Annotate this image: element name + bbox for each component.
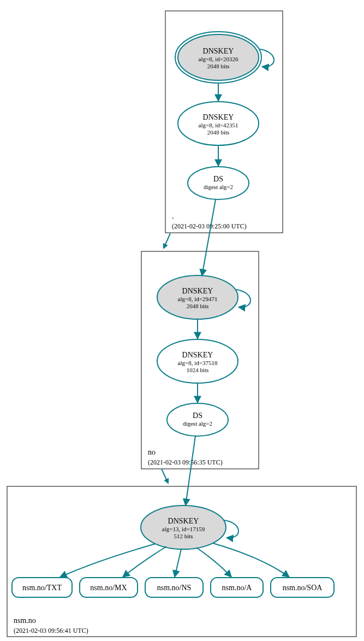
node-no-ksk-title: DNSKEY xyxy=(182,287,213,295)
node-no-ksk-line2: 2048 bits xyxy=(187,303,209,309)
node-no-zsk-title: DNSKEY xyxy=(182,351,213,359)
rr-txt-label: nsm.no/TXT xyxy=(22,584,62,592)
edge-nsm-to-soa xyxy=(213,543,289,577)
node-no-ds-title: DS xyxy=(193,411,202,420)
node-root-ksk-title: DNSKEY xyxy=(203,47,234,55)
node-no-ksk-line1: alg=8, id=29471 xyxy=(178,296,218,302)
zone-root-time: (2021-02-03 09:25:00 UTC) xyxy=(172,222,247,230)
node-no-zsk-line2: 1024 bits xyxy=(187,367,209,373)
rr-txt: nsm.no/TXT xyxy=(12,578,72,597)
node-no-ds-line1: digest alg=2 xyxy=(183,420,212,427)
node-root-ds-title: DS xyxy=(213,175,223,183)
edge-nsm-to-ns xyxy=(175,549,181,577)
edge-nsm-to-a xyxy=(196,548,231,577)
node-root-zsk: DNSKEY alg=8, id=42351 2048 bits xyxy=(178,102,259,145)
node-no-ds: DS digest alg=2 xyxy=(167,403,228,436)
rr-soa: nsm.no/SOA xyxy=(271,578,334,597)
edge-zone-no-to-nsm xyxy=(162,469,168,483)
node-root-zsk-title: DNSKEY xyxy=(203,113,234,121)
zone-no-label: no xyxy=(148,448,156,456)
node-no-zsk: DNSKEY alg=8, id=37518 1024 bits xyxy=(157,339,238,383)
svg-point-3 xyxy=(188,167,249,199)
node-root-ksk-line2: 2048 bits xyxy=(207,63,230,69)
rr-a: nsm.no/A xyxy=(211,578,263,597)
node-root-ksk-line1: alg=8, id=20326 xyxy=(199,56,238,62)
zone-no-time: (2021-02-03 09:56:35 UTC) xyxy=(148,458,223,466)
edge-nsm-ksk-self xyxy=(224,520,238,538)
rr-ns-label: nsm.no/NS xyxy=(157,584,192,592)
zone-nsm-time: (2021-02-03 09:56:41 UTC) xyxy=(14,627,88,634)
zone-root-label: . xyxy=(172,212,174,220)
rr-ns: nsm.no/NS xyxy=(145,578,203,597)
edge-no-ds-to-nsm-ksk xyxy=(186,436,195,505)
rr-soa-label: nsm.no/SOA xyxy=(283,584,323,592)
rr-mx-label: nsm.no/MX xyxy=(90,584,127,592)
edge-nsm-to-txt xyxy=(60,544,156,577)
node-root-ds: DS digest alg=2 xyxy=(188,167,249,199)
edge-zone-root-to-no xyxy=(164,233,170,248)
svg-point-6 xyxy=(167,403,228,436)
node-no-zsk-line1: alg=8, id=37518 xyxy=(178,360,218,366)
edge-root-ds-to-no-ksk xyxy=(202,199,216,276)
node-nsm-ksk: DNSKEY alg=13, id=17159 512 bits xyxy=(141,505,226,549)
node-root-ksk: DNSKEY alg=8, id=20326 2048 bits xyxy=(175,32,261,83)
rr-mx: nsm.no/MX xyxy=(80,578,138,597)
node-nsm-ksk-title: DNSKEY xyxy=(168,517,199,525)
node-nsm-ksk-line2: 512 bits xyxy=(174,533,193,539)
node-root-ds-line1: digest alg=2 xyxy=(204,184,233,190)
node-root-zsk-line2: 2048 bits xyxy=(207,129,230,136)
node-no-ksk: DNSKEY alg=8, id=29471 2048 bits xyxy=(157,275,238,319)
zone-nsm-label: nsm.no xyxy=(14,616,36,625)
rr-a-label: nsm.no/A xyxy=(222,584,253,592)
node-root-zsk-line1: alg=8, id=42351 xyxy=(199,122,238,128)
dnssec-graph: . (2021-02-03 09:25:00 UTC) DNSKEY alg=8… xyxy=(0,0,364,641)
node-nsm-ksk-line1: alg=13, id=17159 xyxy=(162,526,205,532)
